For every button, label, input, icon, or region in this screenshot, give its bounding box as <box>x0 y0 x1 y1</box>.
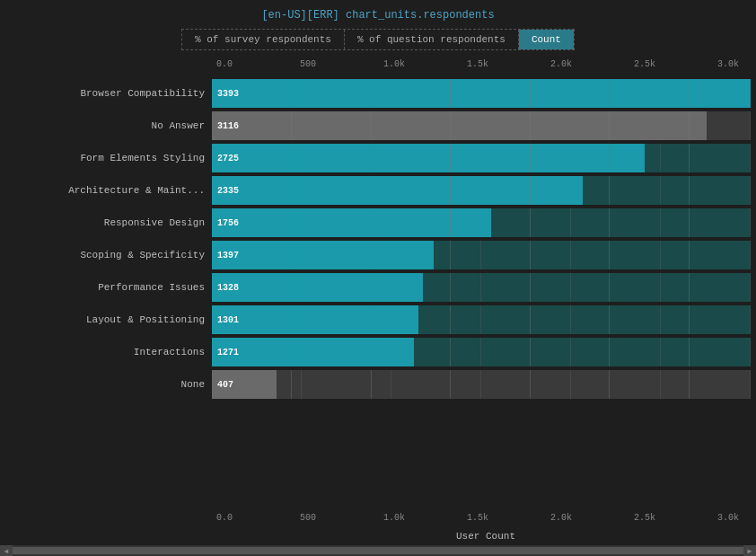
bar-row: Browser Compatibility3393 <box>19 79 737 108</box>
bar-container: 1301 <box>212 305 751 334</box>
scrollbar-thumb[interactable] <box>13 547 743 554</box>
bar-fill: 1328 <box>212 273 423 302</box>
bar-value: 1271 <box>217 348 239 357</box>
main-container: [en-US][ERR] chart_units.respondents % o… <box>0 0 756 556</box>
bar-label: Browser Compatibility <box>19 88 212 99</box>
bar-fill: 1397 <box>212 241 434 269</box>
bar-container: 1756 <box>212 208 751 237</box>
scroll-right-button[interactable]: ▶ <box>743 545 756 556</box>
bars-section: Browser Compatibility3393No Answer3116Fo… <box>19 79 737 509</box>
x-bot-label-1k: 1.0k <box>383 513 405 523</box>
x-label-1k: 1.0k <box>383 59 405 69</box>
bar-container: 3116 <box>212 111 751 140</box>
bar-value: 3116 <box>217 121 239 131</box>
scrollbar[interactable]: ◀ ▶ <box>0 545 756 556</box>
bar-container: 1397 <box>212 241 751 269</box>
bar-container: 3393 <box>212 79 751 108</box>
bar-value: 1756 <box>217 218 239 228</box>
x-bot-label-500: 500 <box>300 513 316 523</box>
bar-value: 407 <box>217 380 233 390</box>
x-axis-bottom: 0.0 500 1.0k 1.5k 2.0k 2.5k 3.0k <box>216 513 737 529</box>
bar-fill: 2335 <box>212 176 583 205</box>
bar-label: Responsive Design <box>19 217 212 228</box>
bar-value: 1301 <box>217 315 239 325</box>
bar-value: 2725 <box>217 154 239 163</box>
x-label-500: 500 <box>300 59 316 69</box>
x-label-3k: 3.0k <box>717 59 739 69</box>
bar-value: 1328 <box>217 283 239 293</box>
bar-row: Form Elements Styling2725 <box>19 144 737 172</box>
bar-fill: 407 <box>212 370 277 399</box>
bar-row: Performance Issues1328 <box>19 273 737 302</box>
bar-label: Layout & Positioning <box>19 314 212 325</box>
tab-question[interactable]: % of question respondents <box>345 30 519 49</box>
bar-fill: 1271 <box>212 338 414 366</box>
bar-row: Architecture & Maint...2335 <box>19 176 737 205</box>
scrollbar-track <box>13 547 743 554</box>
bar-container: 1328 <box>212 273 751 302</box>
bar-container: 2335 <box>212 176 751 205</box>
bar-fill: 3116 <box>212 111 707 140</box>
bar-row: Responsive Design1756 <box>19 208 737 237</box>
bar-label: Interactions <box>19 347 212 357</box>
chart-area: 0.0 500 1.0k 1.5k 2.0k 2.5k 3.0k Browser… <box>10 59 746 542</box>
x-bot-label-2-5k: 2.5k <box>634 513 655 523</box>
scroll-left-button[interactable]: ◀ <box>0 545 13 556</box>
x-bot-label-3k: 3.0k <box>717 513 739 523</box>
x-bot-label-2k: 2.0k <box>550 513 572 523</box>
x-label-1-5k: 1.5k <box>467 59 488 69</box>
bar-row: Scoping & Specificity1397 <box>19 241 737 269</box>
bar-row: None407 <box>19 370 737 399</box>
bar-label: Performance Issues <box>19 282 212 293</box>
tab-survey[interactable]: % of survey respondents <box>182 30 345 49</box>
x-label-0: 0.0 <box>216 59 233 69</box>
x-label-2-5k: 2.5k <box>634 59 655 69</box>
x-axis-title: User Count <box>216 531 755 542</box>
bar-fill: 1301 <box>212 305 418 334</box>
x-bot-label-0: 0.0 <box>216 513 233 523</box>
bar-label: Architecture & Maint... <box>19 185 212 196</box>
bar-fill: 2725 <box>212 144 645 172</box>
bar-container: 2725 <box>212 144 751 172</box>
bar-label: Scoping & Specificity <box>19 250 212 260</box>
tab-row: % of survey respondents % of question re… <box>181 29 575 50</box>
bar-label: None <box>19 379 212 390</box>
bar-row: Layout & Positioning1301 <box>19 305 737 334</box>
bar-row: No Answer3116 <box>19 111 737 140</box>
bar-fill: 1756 <box>212 208 491 237</box>
bar-label: No Answer <box>19 120 212 131</box>
bar-fill: 3393 <box>212 79 751 108</box>
x-axis-top: 0.0 500 1.0k 1.5k 2.0k 2.5k 3.0k <box>216 59 737 75</box>
bar-value: 1397 <box>217 251 239 260</box>
bar-row: Interactions1271 <box>19 338 737 366</box>
tab-count[interactable]: Count <box>519 30 574 49</box>
bar-container: 407 <box>212 370 751 399</box>
bar-value: 3393 <box>217 89 239 99</box>
bar-label: Form Elements Styling <box>19 153 212 163</box>
x-bot-label-1-5k: 1.5k <box>467 513 488 523</box>
x-label-2k: 2.0k <box>550 59 572 69</box>
bar-value: 2335 <box>217 186 239 196</box>
bar-container: 1271 <box>212 338 751 366</box>
chart-title: [en-US][ERR] chart_units.respondents <box>261 9 494 22</box>
